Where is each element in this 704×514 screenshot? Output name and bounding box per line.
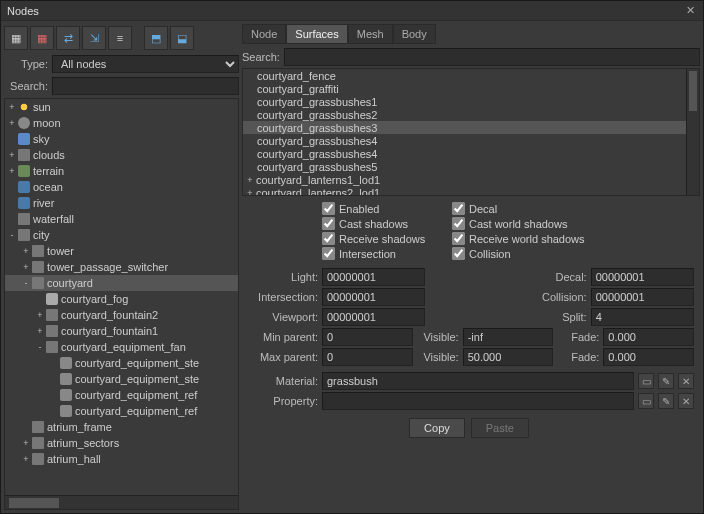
tree-node[interactable]: courtyard_equipment_ste — [5, 371, 238, 387]
toolbar-btn-1[interactable]: ▦ — [4, 26, 28, 50]
collision-checkbox[interactable]: Collision — [452, 247, 632, 260]
tree-node[interactable]: +terrain — [5, 163, 238, 179]
intersection-input[interactable] — [322, 288, 425, 306]
tree-expand-icon[interactable]: + — [21, 246, 31, 256]
list-item[interactable]: +courtyard_lanterns1_lod1 — [243, 173, 699, 186]
tab-node[interactable]: Node — [242, 24, 286, 44]
cast-world-shadows-checkbox[interactable]: Cast world shadows — [452, 217, 632, 230]
toolbar-btn-3[interactable]: ⇄ — [56, 26, 80, 50]
decal-checkbox[interactable]: Decal — [452, 202, 632, 215]
max-parent-input[interactable] — [322, 348, 413, 366]
material-input[interactable] — [322, 372, 634, 390]
tree-node[interactable]: courtyard_equipment_ste — [5, 355, 238, 371]
tree-node[interactable]: +sun — [5, 99, 238, 115]
tree-node[interactable]: waterfall — [5, 211, 238, 227]
material-edit-icon[interactable]: ✎ — [658, 373, 674, 389]
tree-node[interactable]: courtyard_equipment_ref — [5, 403, 238, 419]
surface-list[interactable]: courtyard_fencecourtyard_graffiticourtya… — [242, 68, 700, 196]
tree-expand-icon[interactable] — [49, 374, 59, 384]
tree-node[interactable]: +tower — [5, 243, 238, 259]
fade-max-input[interactable] — [603, 348, 694, 366]
node-tree[interactable]: +sun+moonsky+clouds+terrainoceanriverwat… — [4, 98, 239, 510]
list-item[interactable]: +courtyard_lanterns2_lod1 — [243, 186, 699, 196]
viewport-input[interactable] — [322, 308, 425, 326]
tree-expand-icon[interactable]: - — [21, 278, 31, 288]
tree-expand-icon[interactable] — [21, 422, 31, 432]
visible-min-input[interactable] — [463, 328, 554, 346]
tree-expand-icon[interactable]: - — [7, 230, 17, 240]
tree-node[interactable]: +atrium_hall — [5, 451, 238, 467]
tree-expand-icon[interactable] — [7, 182, 17, 192]
tree-node[interactable]: courtyard_fog — [5, 291, 238, 307]
tab-surfaces[interactable]: Surfaces — [286, 24, 347, 44]
property-edit-icon[interactable]: ✎ — [658, 393, 674, 409]
tree-expand-icon[interactable]: + — [7, 150, 17, 160]
paste-button[interactable]: Paste — [471, 418, 529, 438]
close-icon[interactable]: ✕ — [683, 4, 697, 18]
list-item[interactable]: courtyard_grassbushes5 — [243, 160, 699, 173]
list-item[interactable]: courtyard_grassbushes3 — [243, 121, 699, 134]
tab-body[interactable]: Body — [393, 24, 436, 44]
h-scrollbar[interactable] — [5, 495, 238, 509]
list-item[interactable]: courtyard_grassbushes4 — [243, 147, 699, 160]
tree-node[interactable]: +moon — [5, 115, 238, 131]
material-clear-icon[interactable]: ✕ — [678, 373, 694, 389]
toolbar-btn-5[interactable]: ≡ — [108, 26, 132, 50]
toolbar-btn-2[interactable]: ▦ — [30, 26, 54, 50]
tree-node[interactable]: +tower_passage_switcher — [5, 259, 238, 275]
copy-button[interactable]: Copy — [409, 418, 465, 438]
toolbar-btn-4[interactable]: ⇲ — [82, 26, 106, 50]
list-item[interactable]: courtyard_grassbushes1 — [243, 95, 699, 108]
split-input[interactable] — [591, 308, 694, 326]
list-item[interactable]: courtyard_fence — [243, 69, 699, 82]
intersection-checkbox[interactable]: Intersection — [322, 247, 442, 260]
tree-node[interactable]: -courtyard_equipment_fan — [5, 339, 238, 355]
tree-expand-icon[interactable]: + — [7, 166, 17, 176]
tree-expand-icon[interactable] — [49, 406, 59, 416]
list-item[interactable]: courtyard_grassbushes4 — [243, 134, 699, 147]
enabled-checkbox[interactable]: Enabled — [322, 202, 442, 215]
tree-node[interactable]: +courtyard_fountain1 — [5, 323, 238, 339]
receive-shadows-checkbox[interactable]: Receive shadows — [322, 232, 442, 245]
tree-expand-icon[interactable]: + — [21, 454, 31, 464]
tree-expand-icon[interactable]: + — [7, 118, 17, 128]
receive-world-shadows-checkbox[interactable]: Receive world shadows — [452, 232, 632, 245]
tree-expand-icon[interactable]: + — [21, 262, 31, 272]
right-search-input[interactable] — [284, 48, 700, 66]
tree-node[interactable]: atrium_frame — [5, 419, 238, 435]
search-input[interactable] — [52, 77, 239, 95]
tree-node[interactable]: river — [5, 195, 238, 211]
tree-expand-icon[interactable] — [7, 198, 17, 208]
tab-mesh[interactable]: Mesh — [348, 24, 393, 44]
tree-expand-icon[interactable] — [7, 214, 17, 224]
tree-node[interactable]: +courtyard_fountain2 — [5, 307, 238, 323]
tree-expand-icon[interactable]: - — [35, 342, 45, 352]
decal-input[interactable] — [591, 268, 694, 286]
visible-max-input[interactable] — [463, 348, 554, 366]
tree-expand-icon[interactable]: + — [35, 310, 45, 320]
tree-expand-icon[interactable] — [7, 134, 17, 144]
tree-expand-icon[interactable]: + — [35, 326, 45, 336]
tree-node[interactable]: courtyard_equipment_ref — [5, 387, 238, 403]
type-select[interactable]: All nodes — [52, 55, 239, 73]
tree-expand-icon[interactable] — [49, 390, 59, 400]
list-item[interactable]: courtyard_grassbushes2 — [243, 108, 699, 121]
v-scrollbar[interactable] — [686, 69, 699, 195]
list-expand-icon[interactable]: + — [245, 188, 255, 197]
light-input[interactable] — [322, 268, 425, 286]
collision-input[interactable] — [591, 288, 694, 306]
material-browse-icon[interactable]: ▭ — [638, 373, 654, 389]
tree-node[interactable]: +clouds — [5, 147, 238, 163]
tree-expand-icon[interactable] — [49, 358, 59, 368]
property-browse-icon[interactable]: ▭ — [638, 393, 654, 409]
tree-node[interactable]: sky — [5, 131, 238, 147]
min-parent-input[interactable] — [322, 328, 413, 346]
toolbar-btn-6[interactable]: ⬒ — [144, 26, 168, 50]
tree-expand-icon[interactable] — [35, 294, 45, 304]
tree-node[interactable]: +atrium_sectors — [5, 435, 238, 451]
list-item[interactable]: courtyard_graffiti — [243, 82, 699, 95]
tree-expand-icon[interactable]: + — [21, 438, 31, 448]
list-expand-icon[interactable]: + — [245, 175, 255, 185]
tree-node[interactable]: ocean — [5, 179, 238, 195]
tree-expand-icon[interactable]: + — [7, 102, 17, 112]
